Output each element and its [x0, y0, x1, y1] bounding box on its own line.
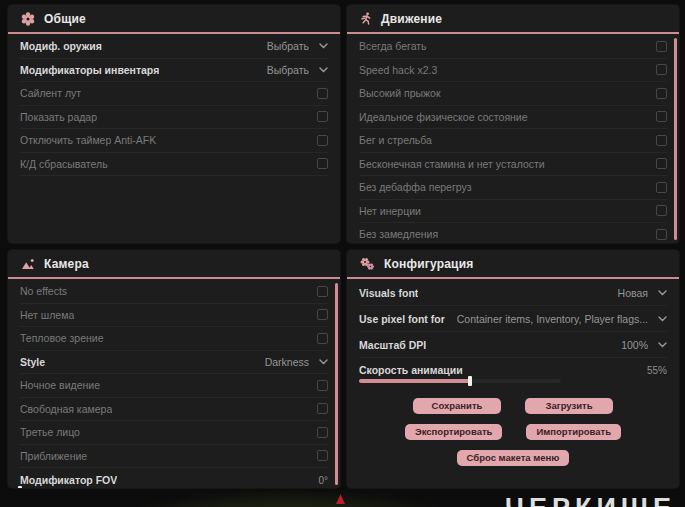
checkbox[interactable] — [317, 135, 328, 146]
checkbox[interactable] — [656, 64, 667, 75]
settings-row-dropdown[interactable]: Модиф. оружияВыбрать — [20, 35, 328, 59]
settings-row-dropdown[interactable]: Use pixel font forContainer items, Inven… — [359, 306, 667, 332]
settings-row-dropdown[interactable]: Модификаторы инвентаряВыбрать — [20, 59, 328, 83]
settings-row-checkbox[interactable]: Отключить таймер Anti-AFK — [20, 129, 328, 153]
scrollbar[interactable] — [335, 283, 338, 485]
settings-row-checkbox[interactable]: Бег и стрельба — [359, 129, 667, 153]
checkbox[interactable] — [317, 158, 328, 169]
checkbox[interactable] — [317, 403, 328, 414]
settings-row-checkbox[interactable]: Идеальное физическое состояние — [359, 106, 667, 130]
slider-fill — [359, 379, 470, 383]
settings-row-checkbox[interactable]: Нет шлема — [20, 304, 328, 328]
slider-handle[interactable] — [468, 376, 472, 386]
save-button[interactable]: Сохранить — [413, 398, 501, 414]
settings-row-checkbox[interactable]: Тепловое зрение — [20, 327, 328, 351]
panel-title: Движение — [381, 12, 442, 26]
row-label: Бег и стрельба — [359, 134, 432, 146]
panel-movement: Движение Всегда бегатьSpeed hack x2.3Выс… — [347, 5, 679, 243]
settings-row-checkbox[interactable]: Ночное видение — [20, 374, 328, 398]
row-label: Скорость анимации — [359, 364, 463, 376]
row-label: No effects — [20, 285, 67, 297]
dropdown[interactable]: 100% — [621, 339, 667, 351]
checkbox[interactable] — [656, 41, 667, 52]
settings-row-checkbox[interactable]: Сайлент лут — [20, 82, 328, 106]
settings-row-checkbox[interactable]: Бесконечная стамина и нет усталости — [359, 153, 667, 177]
settings-row-dropdown[interactable]: StyleDarkness — [20, 351, 328, 375]
settings-row-dropdown[interactable]: Масштаб DPI100% — [359, 332, 667, 358]
export-button[interactable]: Экспортировать — [405, 424, 502, 440]
slider-handle[interactable] — [18, 486, 22, 488]
settings-row-checkbox[interactable]: Speed hack x2.3 — [359, 59, 667, 83]
runner-icon — [360, 12, 372, 25]
dropdown[interactable]: Выбрать — [267, 64, 328, 76]
dropdown-value: Выбрать — [267, 40, 309, 52]
settings-row-checkbox[interactable]: Свободная камера — [20, 398, 328, 422]
settings-row-checkbox[interactable]: Без дебаффа перегруз — [359, 176, 667, 200]
checkbox[interactable] — [656, 229, 667, 240]
row-label: Без дебаффа перегруз — [359, 181, 472, 193]
checkbox[interactable] — [317, 333, 328, 344]
settings-row-slider: Модификатор FOV0° — [20, 468, 328, 488]
import-button[interactable]: Импортировать — [526, 424, 621, 440]
row-label: Модиф. оружия — [20, 40, 102, 52]
row-label: Нет шлема — [20, 309, 74, 321]
checkbox[interactable] — [317, 286, 328, 297]
settings-row-checkbox[interactable]: К/Д сбрасыватель — [20, 153, 328, 177]
panel-title: Конфигурация — [384, 257, 473, 271]
scrollbar[interactable] — [674, 38, 677, 240]
checkbox[interactable] — [317, 309, 328, 320]
panel-general-body: Модиф. оружияВыбратьМодификаторы инвента… — [8, 34, 340, 176]
row-label: Style — [20, 356, 45, 368]
dropdown[interactable]: Container items, Inventory, Player flags… — [457, 313, 667, 325]
checkbox[interactable] — [656, 135, 667, 146]
dropdown-value: Выбрать — [267, 64, 309, 76]
settings-row-checkbox[interactable]: Третье лицо — [20, 421, 328, 445]
row-label: Идеальное физическое состояние — [359, 111, 528, 123]
checkbox[interactable] — [656, 158, 667, 169]
checkbox[interactable] — [317, 88, 328, 99]
settings-row-checkbox[interactable]: Без замедления — [359, 223, 667, 243]
panel-config: Конфигурация Visuals fontНоваяUse pixel … — [347, 250, 679, 488]
checkbox[interactable] — [317, 450, 328, 461]
row-label: К/Д сбрасыватель — [20, 158, 108, 170]
button-row: СохранитьЗагрузить — [413, 398, 613, 414]
settings-row-dropdown[interactable]: Visuals fontНовая — [359, 280, 667, 306]
row-label: Visuals font — [359, 287, 418, 299]
checkbox[interactable] — [656, 182, 667, 193]
row-label: Модификатор FOV — [20, 474, 117, 486]
settings-row-checkbox[interactable]: Показать радар — [20, 106, 328, 130]
mod-menu-overlay: ЧЕРКИШЕ Общие Модиф. оружияВыбратьМодифи… — [0, 0, 685, 507]
panel-title: Камера — [44, 257, 89, 271]
settings-row-checkbox[interactable]: Нет инерции — [359, 200, 667, 224]
settings-row-checkbox[interactable]: No effects — [20, 280, 328, 304]
row-label: Масштаб DPI — [359, 339, 426, 351]
flower-gear-icon — [21, 12, 35, 26]
dropdown[interactable]: Выбрать — [267, 40, 328, 52]
row-label: Нет инерции — [359, 205, 421, 217]
checkbox[interactable] — [317, 380, 328, 391]
checkbox[interactable] — [317, 111, 328, 122]
settings-row-checkbox[interactable]: Высокий прыжок — [359, 82, 667, 106]
chevron-down-icon — [658, 316, 667, 322]
dropdown-value: 100% — [621, 339, 648, 351]
panel-config-header: Конфигурация — [347, 250, 679, 279]
checkbox[interactable] — [656, 111, 667, 122]
checkbox[interactable] — [656, 205, 667, 216]
row-label: Ночное видение — [20, 379, 100, 391]
reset-menu-layout-button[interactable]: Сброс макета меню — [457, 450, 570, 466]
load-button[interactable]: Загрузить — [525, 398, 613, 414]
settings-row-checkbox[interactable]: Всегда бегать — [359, 35, 667, 59]
settings-row-checkbox[interactable]: Приближение — [20, 445, 328, 469]
panel-camera-header: Камера — [8, 250, 340, 279]
dropdown[interactable]: Darkness — [265, 356, 328, 368]
row-label: Свободная камера — [20, 403, 112, 415]
watermark-text: ЧЕРКИШЕ — [505, 493, 676, 507]
checkbox[interactable] — [656, 88, 667, 99]
row-label: Use pixel font for — [359, 313, 445, 325]
slider-track[interactable] — [359, 379, 561, 383]
panel-movement-header: Движение — [347, 5, 679, 34]
button-row: ЭкспортироватьИмпортировать — [405, 424, 621, 440]
dropdown[interactable]: Новая — [618, 287, 667, 299]
panel-movement-body: Всегда бегатьSpeed hack x2.3Высокий прыж… — [347, 34, 679, 243]
checkbox[interactable] — [317, 427, 328, 438]
